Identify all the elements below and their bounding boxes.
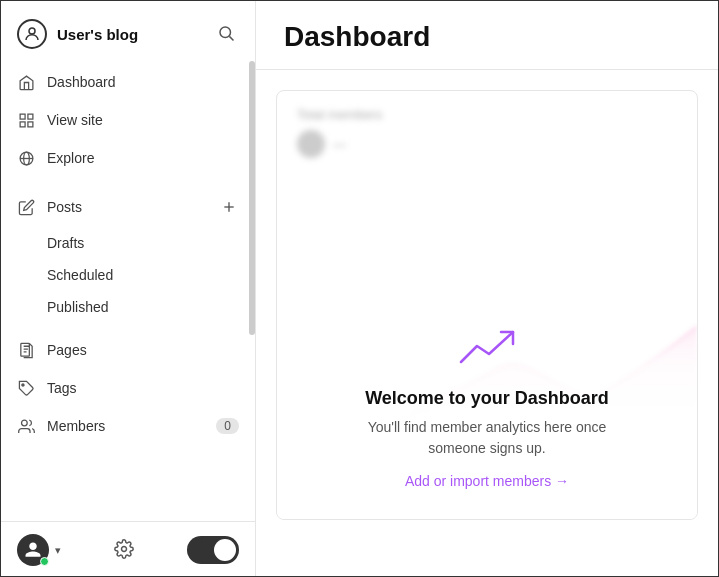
main-content: Dashboard Total members — bbox=[256, 1, 718, 576]
dashboard-label: Dashboard bbox=[47, 74, 116, 90]
online-indicator bbox=[40, 557, 49, 566]
dashboard-card: Total members — bbox=[276, 90, 698, 520]
members-card-label: Total members bbox=[297, 107, 677, 122]
user-menu[interactable]: ▾ bbox=[17, 534, 61, 566]
scroll-track bbox=[249, 61, 255, 518]
site-avatar bbox=[17, 19, 47, 49]
svg-point-15 bbox=[122, 546, 127, 551]
edit-icon bbox=[17, 198, 35, 216]
gear-icon bbox=[114, 539, 134, 559]
svg-rect-12 bbox=[20, 343, 28, 356]
sidebar-item-explore[interactable]: Explore bbox=[1, 139, 255, 177]
welcome-overlay: Welcome to your Dashboard You'll find me… bbox=[277, 302, 697, 519]
sidebar-item-scheduled[interactable]: Scheduled bbox=[1, 259, 255, 291]
search-icon bbox=[217, 24, 235, 42]
view-site-label: View site bbox=[47, 112, 103, 128]
sidebar-footer: ▾ bbox=[1, 521, 255, 577]
svg-point-0 bbox=[29, 28, 35, 34]
main-scroll-area: Total members — bbox=[256, 70, 718, 576]
posts-group-header[interactable]: Posts bbox=[1, 187, 255, 227]
members-badge: 0 bbox=[216, 418, 239, 434]
sidebar-item-published[interactable]: Published bbox=[1, 291, 255, 323]
search-button[interactable] bbox=[213, 20, 239, 49]
members-count-row: — bbox=[297, 130, 677, 158]
svg-point-13 bbox=[21, 383, 23, 385]
sidebar-item-drafts[interactable]: Drafts bbox=[1, 227, 255, 259]
settings-button[interactable] bbox=[114, 539, 134, 562]
card-top: Total members — bbox=[277, 91, 697, 168]
add-members-link[interactable]: Add or import members → bbox=[405, 473, 569, 489]
sidebar-item-tags[interactable]: Tags bbox=[1, 369, 255, 407]
posts-group-left: Posts bbox=[17, 198, 82, 216]
posts-label: Posts bbox=[47, 199, 82, 215]
scroll-thumb bbox=[249, 61, 255, 335]
file-icon bbox=[17, 341, 35, 359]
users-icon bbox=[17, 417, 35, 435]
pages-label: Pages bbox=[47, 342, 87, 358]
add-post-button[interactable] bbox=[219, 197, 239, 217]
sidebar-nav: Dashboard View site bbox=[1, 63, 255, 521]
theme-toggle[interactable] bbox=[187, 536, 239, 564]
sidebar-item-view-site[interactable]: View site bbox=[1, 101, 255, 139]
sidebar-header: User's blog bbox=[1, 1, 255, 63]
tag-icon bbox=[17, 379, 35, 397]
welcome-description: You'll find member analytics here once s… bbox=[357, 417, 617, 459]
globe-icon bbox=[17, 149, 35, 167]
tags-label: Tags bbox=[47, 380, 77, 396]
count-circle bbox=[297, 130, 325, 158]
svg-line-2 bbox=[229, 36, 233, 40]
home-icon bbox=[17, 73, 35, 91]
sidebar: User's blog Dashboard bbox=[1, 1, 256, 577]
plus-icon bbox=[221, 199, 237, 215]
svg-rect-5 bbox=[20, 121, 25, 126]
toggle-knob bbox=[214, 539, 236, 561]
explore-label: Explore bbox=[47, 150, 94, 166]
grid-icon bbox=[17, 111, 35, 129]
user-avatar bbox=[17, 534, 49, 566]
count-text: — bbox=[333, 137, 346, 152]
user-icon bbox=[24, 541, 42, 559]
members-label: Members bbox=[47, 418, 105, 434]
sidebar-item-members[interactable]: Members 0 bbox=[1, 407, 255, 445]
main-header: Dashboard bbox=[256, 1, 718, 70]
chevron-down-icon: ▾ bbox=[55, 544, 61, 557]
scheduled-label: Scheduled bbox=[47, 267, 113, 283]
trending-up-icon bbox=[457, 326, 517, 370]
svg-point-14 bbox=[21, 420, 27, 426]
site-name: User's blog bbox=[57, 26, 138, 43]
sidebar-item-dashboard[interactable]: Dashboard bbox=[1, 63, 255, 101]
trend-icon bbox=[457, 326, 517, 374]
welcome-title: Welcome to your Dashboard bbox=[365, 388, 609, 409]
sidebar-item-pages[interactable]: Pages bbox=[1, 331, 255, 369]
site-identity[interactable]: User's blog bbox=[17, 19, 138, 49]
svg-rect-6 bbox=[27, 121, 32, 126]
svg-rect-4 bbox=[27, 114, 32, 119]
drafts-label: Drafts bbox=[47, 235, 84, 251]
svg-point-1 bbox=[220, 27, 231, 38]
published-label: Published bbox=[47, 299, 109, 315]
svg-rect-3 bbox=[20, 114, 25, 119]
page-title: Dashboard bbox=[284, 21, 690, 53]
